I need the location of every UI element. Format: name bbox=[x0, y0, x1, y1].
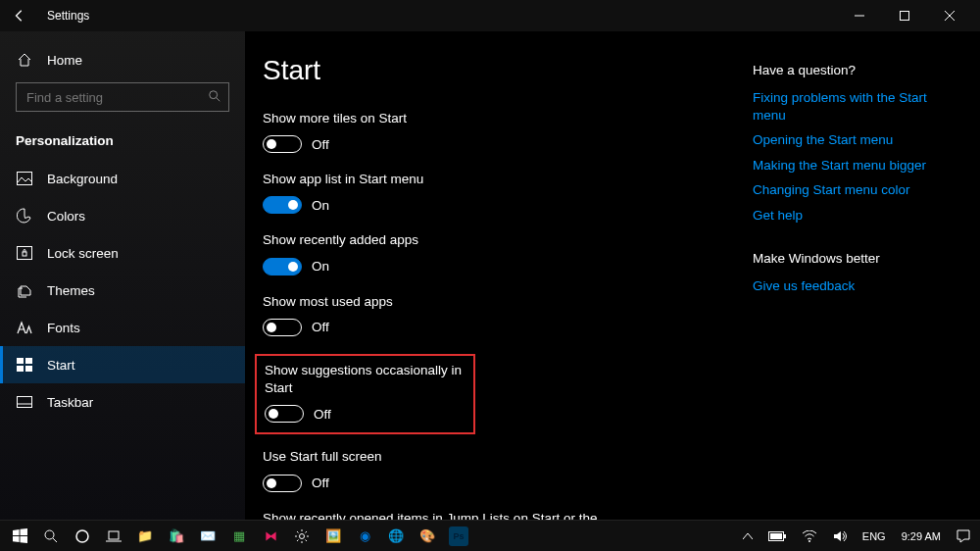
close-button[interactable] bbox=[927, 0, 972, 31]
maximize-button[interactable] bbox=[882, 0, 927, 31]
taskbar-app[interactable]: 🎨 bbox=[412, 523, 443, 550]
cortana-button[interactable] bbox=[67, 523, 98, 550]
taskbar-app[interactable]: ✉️ bbox=[192, 523, 223, 550]
minimize-button[interactable] bbox=[837, 0, 882, 31]
toggle-switch[interactable] bbox=[263, 196, 302, 214]
setting-label: Use Start full screen bbox=[263, 448, 753, 466]
home-button[interactable]: Home bbox=[0, 41, 245, 78]
svg-rect-6 bbox=[23, 252, 26, 256]
taskbar-app[interactable]: Ps bbox=[449, 526, 468, 546]
setting-most-used: Show most used apps Off bbox=[263, 293, 753, 336]
sidebar-item-lock-screen[interactable]: Lock screen bbox=[0, 234, 245, 272]
cortana-icon bbox=[74, 528, 90, 544]
toggle-state: On bbox=[312, 198, 329, 213]
sidebar-item-colors[interactable]: Colors bbox=[0, 197, 245, 234]
sidebar-item-label: Colors bbox=[47, 209, 85, 224]
toggle-switch[interactable] bbox=[265, 405, 304, 423]
svg-line-3 bbox=[217, 98, 220, 102]
minimize-icon bbox=[855, 11, 864, 21]
help-link[interactable]: Opening the Start menu bbox=[753, 131, 962, 149]
setting-label: Show app list in Start menu bbox=[263, 171, 753, 188]
feedback-link[interactable]: Give us feedback bbox=[753, 277, 962, 295]
setting-label: Show more tiles on Start bbox=[263, 110, 753, 127]
notification-icon bbox=[956, 529, 970, 543]
sidebar-item-background[interactable]: Background bbox=[0, 160, 245, 197]
taskbar-app[interactable]: 🛍️ bbox=[161, 523, 192, 550]
window-title: Settings bbox=[47, 9, 89, 23]
setting-show-app-list: Show app list in Start menu On bbox=[263, 171, 753, 214]
search-icon bbox=[43, 528, 59, 544]
task-view-icon bbox=[106, 529, 122, 543]
sidebar-item-themes[interactable]: Themes bbox=[0, 272, 245, 309]
svg-point-2 bbox=[210, 91, 218, 99]
sidebar-item-label: Taskbar bbox=[47, 395, 93, 410]
setting-label: Show recently added apps bbox=[263, 231, 753, 249]
back-button[interactable] bbox=[8, 4, 31, 27]
sidebar-item-label: Background bbox=[47, 172, 118, 186]
setting-label: Show suggestions occasionally in Start bbox=[265, 362, 466, 397]
taskbar-app[interactable]: 🌐 bbox=[380, 523, 412, 550]
close-icon bbox=[945, 11, 955, 21]
fonts-icon bbox=[16, 319, 33, 336]
toggle-state: Off bbox=[312, 137, 329, 152]
taskbar-app[interactable]: ◉ bbox=[349, 523, 380, 550]
help-link[interactable]: Fixing problems with the Start menu bbox=[753, 89, 962, 124]
svg-rect-7 bbox=[17, 358, 24, 364]
task-view-button[interactable] bbox=[98, 523, 129, 550]
system-tray: ENG 9:29 AM bbox=[737, 523, 976, 550]
tray-chevron[interactable] bbox=[737, 523, 759, 550]
search-box[interactable] bbox=[16, 82, 229, 112]
setting-show-more-tiles: Show more tiles on Start Off bbox=[263, 110, 753, 153]
sidebar-item-start[interactable]: Start bbox=[0, 346, 245, 383]
sidebar-item-fonts[interactable]: Fonts bbox=[0, 309, 245, 346]
help-link[interactable]: Get help bbox=[753, 207, 962, 225]
search-input[interactable] bbox=[16, 82, 229, 112]
palette-icon bbox=[16, 207, 33, 225]
svg-rect-9 bbox=[17, 366, 24, 372]
taskbar-app[interactable]: ▦ bbox=[223, 523, 255, 550]
help-link[interactable]: Making the Start menu bigger bbox=[753, 157, 962, 175]
toggle-state: On bbox=[312, 259, 329, 274]
tray-volume[interactable] bbox=[827, 523, 853, 550]
toggle-switch[interactable] bbox=[263, 475, 302, 492]
taskbar-app[interactable]: 🖼️ bbox=[318, 523, 349, 550]
taskbar-icon bbox=[16, 393, 33, 411]
svg-rect-1 bbox=[901, 12, 909, 21]
tray-battery[interactable] bbox=[762, 523, 792, 550]
sidebar-item-label: Start bbox=[47, 358, 75, 373]
svg-point-15 bbox=[76, 530, 88, 542]
tray-clock[interactable]: 9:29 AM bbox=[896, 523, 947, 550]
toggle-switch[interactable] bbox=[263, 319, 302, 336]
content-area: Start Show more tiles on Start Off Show … bbox=[245, 31, 980, 520]
toggle-switch[interactable] bbox=[263, 135, 302, 153]
svg-rect-11 bbox=[18, 397, 32, 408]
svg-rect-8 bbox=[25, 358, 32, 364]
svg-line-14 bbox=[53, 538, 57, 542]
tray-wifi[interactable] bbox=[796, 523, 823, 550]
tray-notifications[interactable] bbox=[951, 523, 976, 550]
sidebar-item-taskbar[interactable]: Taskbar bbox=[0, 383, 245, 421]
search-button[interactable] bbox=[35, 523, 67, 550]
svg-point-18 bbox=[300, 533, 305, 538]
start-icon bbox=[16, 356, 33, 374]
tray-language[interactable]: ENG bbox=[857, 523, 892, 550]
svg-rect-21 bbox=[770, 533, 782, 539]
toggle-state: Off bbox=[312, 320, 329, 334]
title-bar: Settings bbox=[0, 0, 980, 31]
start-button[interactable] bbox=[4, 523, 35, 550]
improve-heading: Make Windows better bbox=[753, 251, 962, 266]
taskbar-app[interactable]: ⧓ bbox=[255, 523, 286, 550]
help-link[interactable]: Changing Start menu color bbox=[753, 181, 962, 199]
wifi-icon bbox=[802, 530, 817, 542]
svg-rect-10 bbox=[25, 366, 32, 372]
toggle-state: Off bbox=[314, 407, 331, 422]
taskbar-app[interactable]: 📁 bbox=[129, 523, 161, 550]
taskbar-app-settings[interactable] bbox=[286, 523, 318, 550]
chevron-up-icon bbox=[743, 533, 753, 539]
settings-panel: Start Show more tiles on Start Off Show … bbox=[263, 55, 753, 520]
category-header[interactable]: Personalization bbox=[0, 124, 245, 160]
right-panel: Have a question? Fixing problems with th… bbox=[753, 55, 978, 520]
home-label: Home bbox=[47, 53, 82, 68]
sidebar: Home Personalization Background Colors L… bbox=[0, 31, 245, 520]
toggle-switch[interactable] bbox=[263, 258, 302, 276]
